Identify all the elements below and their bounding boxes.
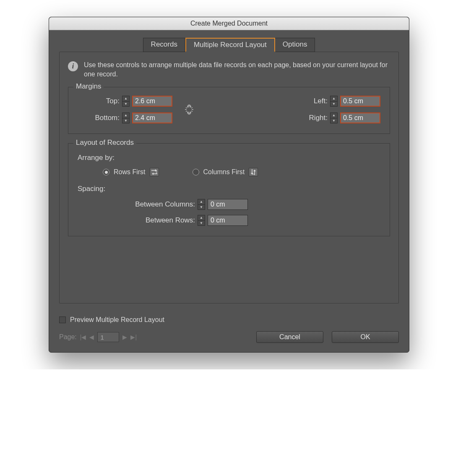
rows-first-radio[interactable]: Rows First (103, 168, 159, 176)
svg-line-4 (186, 111, 187, 112)
between-columns-stepper[interactable]: ▲▼ (198, 199, 205, 210)
margin-bottom-stepper[interactable]: ▲▼ (122, 112, 130, 123)
tab-multiple-record-layout[interactable]: Multiple Record Layout (185, 38, 275, 52)
margin-right-stepper[interactable]: ▲▼ (330, 112, 338, 123)
pager-last-icon[interactable]: ▶| (130, 334, 137, 340)
margin-bottom-label: Bottom: (78, 114, 120, 122)
margins-fieldset: Margins Top: ▲▼ Bottom: ▲▼ (68, 87, 390, 134)
pager-input[interactable] (97, 332, 119, 342)
tab-row: Records Multiple Record Layout Options (59, 38, 399, 52)
tab-records[interactable]: Records (143, 38, 185, 52)
info-row: i Use these controls to arrange multiple… (68, 60, 390, 78)
between-rows-input[interactable] (208, 215, 248, 226)
link-margins-icon[interactable] (181, 104, 198, 115)
dialog-body: Records Multiple Record Layout Options i… (49, 30, 409, 352)
between-rows-stepper[interactable]: ▲▼ (198, 215, 205, 226)
dialog-title: Create Merged Document (49, 17, 409, 30)
info-icon: i (68, 61, 78, 71)
margin-left-input[interactable] (340, 96, 380, 107)
margin-left-stepper[interactable]: ▲▼ (330, 96, 338, 107)
pager: Page: |◀ ◀ ▶ ▶| (59, 332, 137, 342)
radio-icon (103, 169, 109, 175)
pager-next-icon[interactable]: ▶ (122, 334, 127, 340)
between-columns-input[interactable] (208, 199, 248, 210)
pager-prev-icon[interactable]: ◀ (89, 334, 94, 340)
dialog-window: Create Merged Document Records Multiple … (49, 17, 409, 353)
spacing-label: Spacing: (78, 185, 380, 193)
cancel-button[interactable]: Cancel (256, 331, 323, 343)
rows-first-label: Rows First (114, 168, 146, 176)
between-rows-label: Between Rows: (78, 216, 195, 225)
margin-top-label: Top: (78, 97, 120, 105)
preview-checkbox[interactable] (59, 316, 66, 323)
layout-records-legend: Layout of Records (73, 139, 136, 147)
svg-line-2 (186, 107, 187, 108)
layout-records-fieldset: Layout of Records Arrange by: Rows First (68, 143, 390, 236)
margin-right-input[interactable] (340, 112, 380, 123)
margin-left-label: Left: (298, 97, 328, 105)
columns-first-radio[interactable]: Columns First (193, 168, 258, 176)
columns-first-label: Columns First (203, 168, 245, 176)
ok-button[interactable]: OK (332, 331, 399, 343)
between-columns-label: Between Columns: (78, 200, 195, 209)
rows-first-icon (150, 168, 159, 176)
info-text: Use these controls to arrange multiple d… (84, 60, 390, 78)
margin-top-stepper[interactable]: ▲▼ (122, 96, 130, 107)
radio-icon (193, 169, 199, 175)
preview-label: Preview Multiple Record Layout (70, 316, 164, 324)
pager-first-icon[interactable]: |◀ (80, 334, 86, 340)
svg-line-3 (191, 107, 193, 108)
tab-options[interactable]: Options (275, 38, 315, 52)
margin-top-input[interactable] (132, 96, 172, 107)
pager-label: Page: (59, 333, 77, 341)
svg-line-5 (191, 111, 193, 112)
margin-right-label: Right: (298, 114, 328, 122)
arrange-by-label: Arrange by: (78, 154, 380, 162)
columns-first-icon (249, 168, 258, 176)
margins-legend: Margins (73, 82, 104, 91)
margin-bottom-input[interactable] (132, 112, 172, 123)
tab-panel: i Use these controls to arrange multiple… (59, 52, 399, 303)
